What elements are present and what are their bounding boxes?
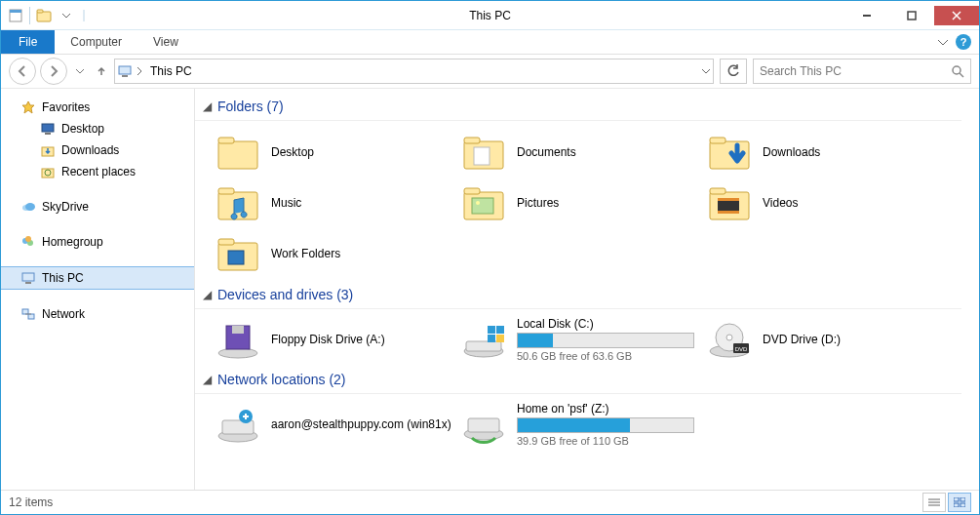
tab-computer[interactable]: Computer [55, 30, 137, 54]
search-icon [951, 64, 964, 78]
svg-rect-54 [466, 341, 501, 351]
svg-text:DVD: DVD [735, 346, 748, 352]
svg-rect-9 [119, 66, 131, 74]
title-bar: This PC [1, 1, 979, 30]
this-pc-icon [117, 63, 133, 79]
svg-point-41 [476, 201, 480, 205]
folder-music[interactable]: Music [213, 178, 458, 228]
help-icon[interactable]: ? [956, 34, 971, 50]
homegroup-icon [20, 234, 36, 250]
drive-floppy[interactable]: Floppy Disk Drive (A:) [213, 315, 458, 364]
back-button[interactable] [9, 58, 36, 85]
svg-rect-3 [37, 10, 43, 13]
folder-desktop[interactable]: Desktop [213, 127, 458, 178]
section-header-drives[interactable]: ◢ Devices and drives (3) [195, 281, 961, 309]
svg-rect-52 [232, 326, 244, 334]
drive-dvd[interactable]: DVD DVD Drive (D:) [704, 315, 950, 364]
maximize-button[interactable] [889, 6, 934, 25]
folder-documents[interactable]: Documents [458, 127, 704, 178]
sidebar-favorites[interactable]: Favorites [1, 97, 194, 118]
recent-locations-button[interactable] [71, 59, 89, 84]
navigation-pane[interactable]: Favorites Desktop Downloads Recent place… [1, 89, 195, 490]
folder-pictures[interactable]: Pictures [458, 178, 704, 228]
svg-rect-32 [464, 138, 480, 143]
search-input[interactable]: Search This PC [753, 59, 971, 84]
folder-downloads[interactable]: Downloads [704, 127, 950, 178]
network-drive-icon [462, 403, 505, 446]
sidebar-homegroup[interactable]: Homegroup [1, 231, 194, 253]
folder-workfolders[interactable]: Work Folders [213, 228, 458, 279]
folder-icon [462, 131, 505, 174]
network-item-remoteapp[interactable]: aaron@stealthpuppy.com (win81x) [213, 400, 458, 449]
tiles-view-button[interactable] [948, 493, 971, 512]
desktop-icon [40, 121, 56, 137]
chevron-down-icon[interactable] [56, 5, 77, 26]
sidebar-item-downloads[interactable]: Downloads [1, 139, 194, 161]
collapse-icon: ◢ [203, 99, 212, 113]
svg-line-12 [960, 73, 963, 77]
close-button[interactable] [934, 6, 979, 25]
svg-rect-33 [474, 147, 490, 165]
svg-rect-26 [22, 309, 28, 314]
folder-videos[interactable]: Videos [704, 178, 950, 228]
qat-newfolder-icon[interactable] [33, 5, 55, 26]
address-dropdown-icon[interactable] [701, 66, 711, 76]
content-pane[interactable]: ◢ Folders (7) Desktop Documents Download… [195, 89, 979, 490]
breadcrumb-thispc[interactable]: This PC [146, 64, 196, 78]
ribbon-tabs: File Computer View ? [1, 30, 979, 55]
quick-access-toolbar [1, 5, 90, 26]
collapse-icon: ◢ [203, 288, 212, 301]
svg-rect-58 [496, 335, 504, 342]
downloads-icon [40, 142, 56, 158]
qat-properties-icon[interactable] [5, 5, 26, 26]
section-header-network[interactable]: ◢ Network locations (2) [195, 366, 961, 394]
svg-rect-75 [960, 503, 965, 507]
body: Favorites Desktop Downloads Recent place… [1, 88, 979, 490]
remote-drive-icon [216, 403, 259, 446]
window-title: This PC [1, 9, 979, 22]
svg-rect-1 [10, 10, 21, 13]
capacity-bar [517, 333, 694, 348]
svg-rect-55 [488, 326, 495, 334]
svg-rect-45 [718, 198, 739, 201]
window-controls [844, 6, 979, 25]
svg-rect-72 [954, 497, 959, 501]
folder-icon [216, 131, 259, 174]
status-text: 12 items [9, 495, 53, 509]
minimize-button[interactable] [844, 6, 889, 25]
details-view-button[interactable] [922, 493, 946, 512]
svg-rect-30 [218, 138, 234, 143]
sidebar-thispc[interactable]: This PC [1, 266, 194, 290]
sidebar-skydrive[interactable]: SkyDrive [1, 196, 194, 218]
expand-ribbon-icon[interactable] [938, 37, 948, 47]
file-tab[interactable]: File [1, 30, 55, 54]
sidebar-item-recent[interactable]: Recent places [1, 161, 194, 182]
folder-icon [462, 181, 505, 224]
explorer-window: This PC File Computer View ? This PC [0, 0, 980, 515]
section-header-folders[interactable]: ◢ Folders (7) [195, 93, 961, 121]
cloud-icon [20, 199, 36, 215]
folders-grid: Desktop Documents Downloads Music Pictur… [195, 121, 975, 281]
svg-rect-56 [496, 326, 504, 334]
svg-marker-13 [22, 101, 34, 113]
ribbon-right: ? [938, 30, 979, 54]
svg-rect-29 [218, 141, 257, 169]
network-drive-z[interactable]: Home on 'psf' (Z:) 39.9 GB free of 110 G… [458, 400, 704, 449]
tab-view[interactable]: View [137, 30, 194, 54]
capacity-bar [517, 417, 694, 433]
sidebar-network[interactable]: Network [1, 303, 194, 325]
svg-rect-39 [464, 188, 480, 194]
chevron-right-icon[interactable] [137, 66, 142, 76]
network-icon [20, 306, 36, 322]
sidebar-item-desktop[interactable]: Desktop [1, 118, 194, 139]
status-bar: 12 items [1, 490, 979, 514]
address-bar[interactable]: This PC [114, 59, 714, 84]
refresh-button[interactable] [720, 59, 747, 84]
svg-rect-10 [122, 75, 128, 77]
svg-rect-68 [468, 418, 499, 432]
drive-local-c[interactable]: Local Disk (C:) 50.6 GB free of 63.6 GB [458, 315, 704, 364]
up-button[interactable] [93, 59, 110, 84]
svg-point-11 [953, 66, 960, 74]
forward-button[interactable] [40, 58, 67, 85]
dvd-icon: DVD [708, 318, 751, 361]
